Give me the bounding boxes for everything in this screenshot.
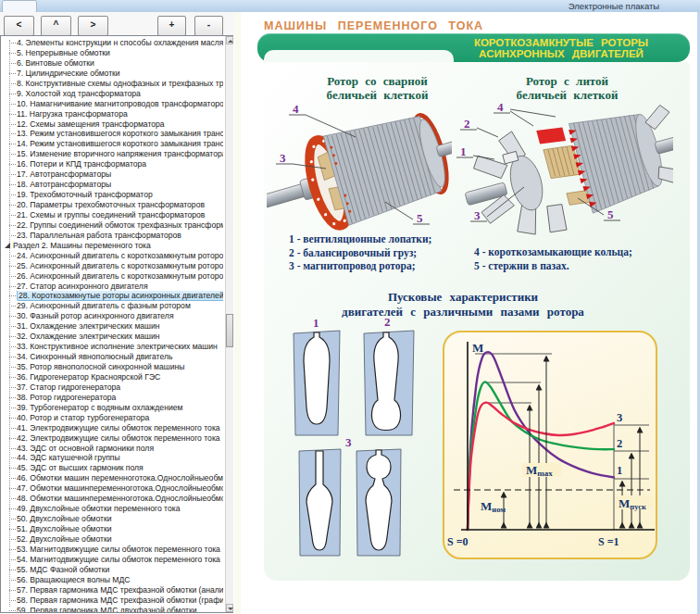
tree-item[interactable]: 58. Первая гармоника МДС трехфазной обмо…	[1, 595, 223, 606]
scrollbar-thumb[interactable]	[226, 314, 233, 347]
tree-item[interactable]: 26. Асинхронный двигатель с короткозамкн…	[1, 271, 223, 282]
tree-item[interactable]: 16. Потери и КПД трансформатора	[1, 159, 223, 169]
tree-item[interactable]: 4. Элементы конструкции н способы охлажд…	[1, 38, 223, 48]
tree-item-label: 49. Двухслойные обмотки переменного тока	[17, 504, 180, 513]
tree-item[interactable]: 30. Фазный ротор асинхронного двигателя	[1, 311, 223, 321]
tree-item[interactable]: 49. Двухслойные обмотки переменного тока	[1, 504, 223, 514]
slot-label-2: 2	[384, 315, 391, 329]
back-button[interactable]: <	[4, 16, 34, 36]
tree-item-label: 10. Намагничивание магнитопроводов транс…	[17, 99, 223, 108]
legend-column-2: 4 - короткозамыкающие кольца;5 - стержни…	[474, 245, 632, 272]
tree-item[interactable]: 31. Охлаждение электрических машин	[1, 321, 223, 332]
tree-item-label: 58. Первая гармоника МДС трехфазной обмо…	[17, 595, 223, 605]
rotor-body	[456, 98, 673, 239]
tree-item-label: 40. Ротор и статор турбогенератора	[17, 413, 149, 422]
tree-item[interactable]: 32. Охлаждение электрических машин	[1, 332, 223, 342]
tree-item[interactable]: 37. Статор гидрогенератора	[1, 382, 223, 393]
tree-item[interactable]: 23. Параллельная работа трансформаторов	[1, 231, 223, 241]
tree-item[interactable]: 46. Обмотки машин переменноготока.Односл…	[1, 473, 223, 483]
tree-item[interactable]: 8. Конструктивные схемы однофазных и тре…	[1, 79, 223, 89]
tree-item[interactable]: 15. Изменение вторичного напряжения тран…	[1, 149, 223, 159]
up-button[interactable]: ^	[41, 16, 71, 36]
zoom-out-button[interactable]: -	[194, 16, 223, 36]
tree-item-label: 39. Турбогенератор с водяным охлаждением	[17, 403, 182, 412]
tree-item[interactable]: 51. Двухслойные обмотки	[1, 524, 223, 534]
callout-1: 1	[460, 144, 467, 158]
tree-item[interactable]: 17. Автотрансформаторы	[1, 169, 223, 180]
window-menu-fragment	[2, 0, 37, 13]
tree-item[interactable]: 27. Статор асинхронного двигателя	[1, 282, 223, 292]
tree-item[interactable]: 14. Режим установившегося короткого замы…	[1, 139, 223, 149]
tree-section[interactable]: Раздел 2. Машины переменного тока	[1, 241, 223, 251]
rotor-left-caption: Ротор со сварной беличьей клеткой	[282, 74, 472, 102]
tree-item[interactable]: 38. Ротор гидрогенератора	[1, 393, 223, 403]
tree-item[interactable]: 25. Асинхронный двигатель с короткозамкн…	[1, 261, 223, 271]
tree-item-label: 53. Магнитодвижущие силы обмоток перемен…	[17, 545, 220, 554]
tree-item-label: 4. Элементы конструкции н способы охлажд…	[17, 38, 223, 47]
tree-item[interactable]: 10. Намагничивание магнитопроводов транс…	[1, 99, 223, 109]
curve-label-3: 3	[617, 411, 622, 424]
scroll-up-icon[interactable]	[226, 36, 233, 44]
window-title: Электронные плакаты	[528, 0, 700, 12]
navigation-toolbar: < ^ > + -	[0, 12, 234, 35]
tree-item-label: 17. Автотрансформаторы	[17, 169, 111, 179]
tree-item[interactable]: 18. Автотрансформаторы	[1, 180, 223, 190]
rotor-cast-cage-illustration: 4 2 1 3 5	[456, 98, 673, 239]
tree-item[interactable]: 42. Электродвижущие силы обмоток перемен…	[1, 433, 223, 444]
tree-item-label: 35. Ротор явнополосной синхронной машины	[17, 362, 184, 371]
tree-item[interactable]: 9. Холостой ход трансформатора	[1, 89, 223, 99]
tree-item[interactable]: 24. Асинхронный двигатель с короткозамкн…	[1, 251, 223, 261]
callout-3: 3	[280, 151, 286, 165]
tree-item[interactable]: 47. Обмотки машинпеременноготока.Односло…	[1, 483, 223, 494]
tree-item[interactable]: 34. Синхронный явнополюсный двигатель	[1, 352, 223, 362]
legend-line: 2 - балансировочный груз;	[289, 246, 431, 260]
tree-item-label: 52. Двухслойные обмотки	[17, 534, 112, 544]
tree-item-label: 37. Статор гидрогенератора	[17, 382, 120, 392]
tree-item[interactable]: 45. ЭДС от высших гармоник поля	[1, 463, 223, 473]
tree-item[interactable]: 7. Цилиндрические обмотки	[1, 69, 223, 79]
tree-item[interactable]: 59. Первая гармоника МДС двухфазной обмо…	[1, 606, 223, 614]
tree-item[interactable]: 12. Схемы замещения трансформатора	[1, 119, 223, 130]
tree-item[interactable]: 53. Магнитодвижущие силы обмоток перемен…	[1, 545, 223, 555]
tree-item[interactable]: 50. Двухслойные обмотки	[1, 514, 223, 524]
tree-item[interactable]: 6. Винтовые обмотки	[1, 58, 223, 69]
zoom-in-button[interactable]: +	[157, 16, 186, 36]
poster-category-title: МАШИНЫ ПЕРЕМЕННОГО ТОКА	[264, 19, 483, 32]
poster-content-area: МАШИНЫ ПЕРЕМЕННОГО ТОКА КОРОТКОЗАМКНУТЫЕ…	[241, 12, 697, 614]
tree-item[interactable]: 48. Обмотки машинпеременноготока.Односло…	[1, 494, 223, 504]
tree-item[interactable]: 39. Турбогенератор с водяным охлаждением	[1, 403, 223, 413]
tree-item[interactable]: 44. ЭДС катушечной группы	[1, 453, 223, 463]
tree-item[interactable]: 13. Режим установившегося короткого замы…	[1, 129, 223, 139]
tree-item[interactable]: 41. Электродвижущие силы обмоток перемен…	[1, 423, 223, 433]
tree-item[interactable]: 28. Короткозамкнутые роторы асинхронных …	[1, 291, 223, 301]
tree-item[interactable]: 21. Схемы и группы соединений трансформа…	[1, 210, 223, 220]
tree-item-label: 20. Параметры трехобмоточных трансформат…	[17, 200, 205, 209]
tree-item[interactable]: 43. ЭДС от основной гармоники поля	[1, 444, 223, 454]
callout-5: 5	[417, 211, 423, 225]
tree-item[interactable]: 52. Двухслойные обмотки	[1, 534, 223, 545]
forward-button[interactable]: >	[78, 16, 108, 36]
callout-5: 5	[607, 207, 614, 221]
tree-item[interactable]: 35. Ротор явнополосной синхронной машины	[1, 362, 223, 372]
tree-scrollbar[interactable]	[225, 36, 233, 612]
tree-item[interactable]: 57. Первая гармоника МДС трехфазной обмо…	[1, 585, 223, 595]
expander-icon[interactable]	[5, 243, 10, 248]
tree-item[interactable]: 19. Трехобмоточный трансформатор	[1, 190, 223, 200]
tree-item[interactable]: 22. Группы соединений обмоток трехфазных…	[1, 220, 223, 231]
tree-item[interactable]: 20. Параметры трехобмоточных трансформат…	[1, 200, 223, 210]
scroll-down-icon[interactable]	[226, 604, 233, 612]
tree-item[interactable]: 56. Вращающиеся волны МДС	[1, 575, 223, 585]
tree-item[interactable]: 40. Ротор и статор турбогенератора	[1, 413, 223, 423]
tree-item[interactable]: 55. МДС Фазной обмотки	[1, 565, 223, 575]
tree-item-label: 43. ЭДС от основной гармоники поля	[17, 444, 154, 453]
tree-item[interactable]: 33. Конструктивное исполнение электричес…	[1, 342, 223, 352]
tree-item[interactable]: 54. Магнитодвижущие силы обмоток перемен…	[1, 555, 223, 565]
tree-item[interactable]: 36. Гидрогенератор Красноярской ГЭС	[1, 372, 223, 382]
tree-item[interactable]: 5. Непрерывные обмотки	[1, 48, 223, 58]
tree-item[interactable]: 11. Нагрузка трансформатора	[1, 109, 223, 119]
panel-splitter[interactable]	[234, 12, 241, 614]
tree-item[interactable]: 29. Асинхронный двигатель с фазным ротор…	[1, 301, 223, 311]
legend-line: 3 - магнитопровод ротора;	[289, 259, 431, 273]
tree-item-label: 45. ЭДС от высших гармоник поля	[17, 463, 144, 472]
curve-label-2: 2	[617, 437, 622, 450]
